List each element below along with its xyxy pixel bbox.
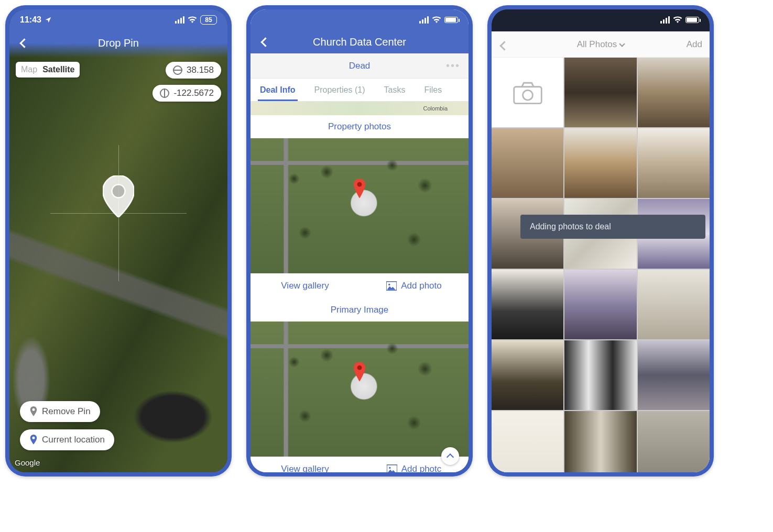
phone-frame-photo-gallery: All Photos Add [487, 5, 714, 476]
deal-status-label: Dead [349, 61, 371, 71]
tab-tasks[interactable]: Tasks [374, 79, 415, 101]
toast-notification: Adding photos to deal [520, 215, 705, 239]
photo-thumbnail[interactable] [638, 270, 710, 339]
cellular-signal-icon [175, 16, 184, 24]
google-watermark: Google [15, 458, 40, 467]
latitude-value: 38.158 [187, 65, 214, 75]
longitude-icon [160, 88, 169, 98]
tab-deal-info[interactable]: Deal Info [251, 79, 305, 101]
chevron-up-icon [448, 453, 453, 460]
more-icon[interactable]: ••• [446, 60, 460, 72]
back-button[interactable] [19, 37, 31, 49]
photo-action-row-2: View gallery Add photc [251, 457, 469, 472]
back-button[interactable] [499, 39, 508, 49]
svg-rect-5 [387, 465, 397, 472]
photo-thumbnail[interactable] [638, 58, 710, 127]
photo-thumbnail[interactable] [564, 411, 636, 472]
photo-thumbnail[interactable] [564, 58, 636, 127]
tab-properties[interactable]: Properties (1) [305, 79, 375, 101]
deal-body-scroll[interactable]: Colombia Property photos View gallery Ad… [251, 102, 469, 472]
photo-thumbnail[interactable] [638, 411, 710, 472]
photo-grid[interactable] [492, 58, 710, 472]
gallery-nav-header: All Photos Add [492, 31, 710, 58]
map-type-satellite[interactable]: Satellite [42, 65, 74, 74]
battery-indicator: 85 [200, 15, 217, 25]
photo-thumbnail[interactable] [564, 270, 636, 339]
view-gallery-button[interactable]: View gallery [251, 457, 360, 472]
latitude-icon [173, 65, 182, 75]
battery-indicator [444, 17, 458, 23]
pin-icon [29, 435, 38, 445]
map-type-toggle[interactable]: Map Satellite [16, 62, 80, 77]
camera-tile[interactable] [492, 58, 563, 127]
photo-thumbnail[interactable] [492, 128, 563, 198]
current-location-button[interactable]: Current location [20, 429, 114, 450]
photo-thumbnail[interactable] [638, 340, 710, 410]
section-property-photos: Property photos [251, 115, 469, 138]
wifi-icon [673, 16, 682, 24]
photo-thumbnail[interactable] [564, 128, 636, 198]
primary-satellite-image[interactable] [251, 322, 469, 457]
cellular-signal-icon [660, 16, 670, 24]
map-pin-red-icon [352, 179, 367, 199]
section-primary-image: Primary Image [251, 298, 469, 322]
deal-status-bar[interactable]: Dead ••• [251, 53, 469, 79]
wifi-icon [432, 16, 441, 24]
battery-indicator [685, 17, 699, 23]
scroll-to-top-button[interactable] [441, 447, 459, 465]
photo-thumbnail[interactable] [638, 128, 710, 198]
current-location-label: Current location [42, 435, 105, 445]
photo-action-row: View gallery Add photo [251, 273, 469, 298]
status-bar [492, 9, 710, 30]
status-bar [251, 9, 469, 30]
photo-thumbnail[interactable] [492, 270, 563, 339]
svg-point-4 [357, 365, 362, 370]
status-time: 11:43 [20, 15, 41, 25]
longitude-value: -122.5672 [173, 88, 214, 98]
page-title: Drop Pin [98, 37, 139, 49]
gallery-title-dropdown[interactable]: All Photos [577, 39, 625, 50]
svg-point-3 [388, 284, 390, 285]
phone-frame-deal-detail: Church Data Center Dead ••• Deal Info Pr… [246, 5, 473, 476]
add-photo-button[interactable]: Add photo [360, 273, 469, 298]
map-pin-red-icon [352, 362, 367, 383]
map-pin-icon[interactable] [103, 175, 134, 213]
nav-header: Church Data Center [251, 30, 469, 53]
camera-icon [512, 81, 543, 105]
remove-pin-button[interactable]: Remove Pin [20, 401, 100, 422]
longitude-pill[interactable]: -122.5672 [153, 85, 221, 102]
image-icon [387, 464, 397, 472]
location-arrow-icon [45, 16, 52, 24]
photo-thumbnail[interactable] [492, 340, 563, 410]
map-type-map[interactable]: Map [21, 65, 37, 74]
deal-tabs: Deal Info Properties (1) Tasks Files [251, 79, 469, 102]
page-title: Church Data Center [313, 36, 406, 48]
view-gallery-button[interactable]: View gallery [251, 273, 360, 298]
image-icon [386, 281, 397, 291]
pin-icon [29, 406, 38, 417]
remove-pin-label: Remove Pin [42, 406, 91, 417]
photo-thumbnail[interactable] [492, 411, 563, 472]
svg-rect-7 [514, 86, 541, 103]
phone-frame-drop-pin: 11:43 85 Drop Pin Map Satellite 38.158 -… [5, 5, 232, 476]
status-bar: 11:43 85 [9, 9, 227, 30]
back-button[interactable] [260, 36, 273, 48]
svg-point-1 [357, 182, 362, 187]
tab-files[interactable]: Files [415, 79, 451, 101]
photo-thumbnail[interactable] [564, 340, 636, 410]
mini-map-strip: Colombia [251, 102, 469, 115]
wifi-icon [188, 16, 197, 24]
property-satellite-image[interactable] [251, 138, 469, 273]
svg-point-8 [522, 90, 532, 100]
add-button[interactable]: Add [687, 39, 702, 50]
cellular-signal-icon [419, 16, 429, 24]
svg-point-6 [389, 467, 390, 469]
chevron-down-icon [620, 39, 624, 50]
nav-header: Drop Pin [9, 30, 227, 56]
mini-map-label: Colombia [423, 105, 448, 112]
latitude-pill[interactable]: 38.158 [166, 62, 221, 79]
svg-point-0 [112, 184, 125, 197]
